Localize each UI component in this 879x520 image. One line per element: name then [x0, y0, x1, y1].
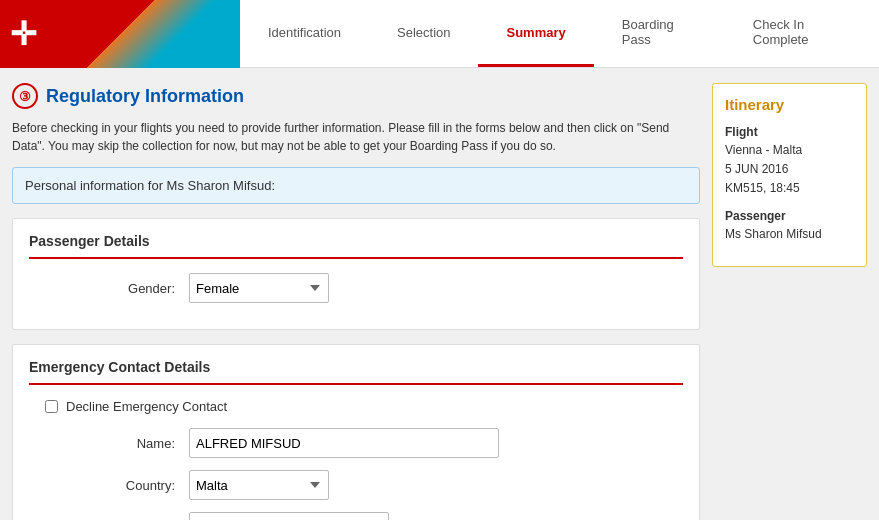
gender-row: Gender: Female Male: [29, 273, 683, 303]
flight-value: Vienna - Malta 5 JUN 2016 KM515, 18:45: [725, 141, 854, 199]
decline-checkbox[interactable]: [45, 400, 58, 413]
name-row: Name:: [29, 428, 683, 458]
passenger-details-card: Passenger Details Gender: Female Male: [12, 218, 700, 330]
itinerary-box: Itinerary Flight Vienna - Malta 5 JUN 20…: [712, 83, 867, 267]
step-boarding-pass[interactable]: Boarding Pass: [594, 0, 725, 67]
left-panel: ③ Regulatory Information Before checking…: [12, 83, 700, 520]
step-circle: ③: [12, 83, 38, 109]
logo-area: ✛: [0, 0, 240, 68]
passenger-details-title: Passenger Details: [29, 233, 683, 259]
gender-label: Gender:: [29, 281, 189, 296]
right-panel: Itinerary Flight Vienna - Malta 5 JUN 20…: [712, 83, 867, 520]
country-row: Country: Malta United Kingdom France Ger…: [29, 470, 683, 500]
name-input[interactable]: [189, 428, 499, 458]
country-label: Country:: [29, 478, 189, 493]
steps-nav: Identification Selection Summary Boardin…: [240, 0, 879, 67]
info-bar: Personal information for Ms Sharon Mifsu…: [12, 167, 700, 204]
name-label: Name:: [29, 436, 189, 451]
description-text: Before checking in your flights you need…: [12, 119, 700, 155]
country-select[interactable]: Malta United Kingdom France Germany Ital…: [189, 470, 329, 500]
phone-input[interactable]: [189, 512, 389, 520]
gender-select[interactable]: Female Male: [189, 273, 329, 303]
step-check-in-complete[interactable]: Check In Complete: [725, 0, 879, 67]
header: ✛ Identification Selection Summary Board…: [0, 0, 879, 68]
decline-label: Decline Emergency Contact: [66, 399, 227, 414]
phone-row: Phone:: [29, 512, 683, 520]
emergency-contact-title: Emergency Contact Details: [29, 359, 683, 385]
step-summary[interactable]: Summary: [478, 0, 593, 67]
step-selection[interactable]: Selection: [369, 0, 478, 67]
flight-label: Flight: [725, 125, 854, 139]
page-title: Regulatory Information: [46, 86, 244, 107]
step-identification[interactable]: Identification: [240, 0, 369, 67]
passenger-value: Ms Sharon Mifsud: [725, 225, 854, 244]
decline-row: Decline Emergency Contact: [45, 399, 683, 414]
passenger-label: Passenger: [725, 209, 854, 223]
step-title: ③ Regulatory Information: [12, 83, 700, 109]
itinerary-title: Itinerary: [725, 96, 854, 113]
logo-icon: ✛: [10, 15, 37, 53]
main-content: ③ Regulatory Information Before checking…: [0, 68, 879, 520]
emergency-contact-card: Emergency Contact Details Decline Emerge…: [12, 344, 700, 520]
